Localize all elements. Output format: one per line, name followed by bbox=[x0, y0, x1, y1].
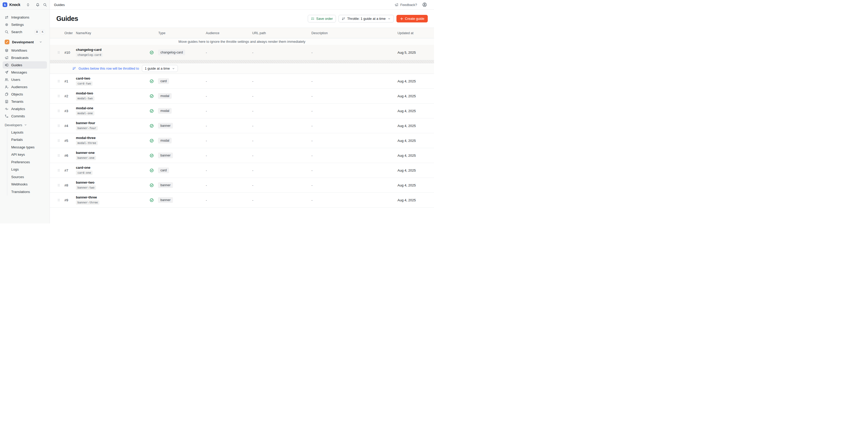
guide-name: banner-one bbox=[76, 151, 95, 155]
kbd-cmd: ⌘ bbox=[35, 30, 40, 34]
description-value: - bbox=[309, 94, 395, 98]
guide-name-cell[interactable]: banner-two banner-two bbox=[74, 181, 148, 190]
sidebar-sub-item-message-types[interactable]: Message types bbox=[7, 143, 47, 151]
developers-section-toggle[interactable]: Developers bbox=[3, 121, 47, 129]
url-path-value: - bbox=[250, 154, 309, 158]
search-icon[interactable] bbox=[43, 3, 47, 7]
audience-value: - bbox=[204, 139, 250, 142]
col-name-key: Name/Key bbox=[74, 31, 148, 35]
guide-name-cell[interactable]: card-two card-two bbox=[74, 76, 148, 86]
environment-switcher[interactable]: Development bbox=[3, 38, 47, 46]
guide-status-cell bbox=[148, 109, 156, 113]
sidebar-main-items: Workflows Broadcasts Guides Messages Use… bbox=[3, 47, 47, 120]
sidebar-item-objects[interactable]: Objects bbox=[3, 91, 47, 98]
row-order: #3 bbox=[62, 109, 74, 113]
user-avatar[interactable] bbox=[422, 2, 427, 7]
guide-type-cell: banner bbox=[156, 153, 204, 158]
sidebar-sub-item-sources[interactable]: Sources bbox=[7, 173, 47, 181]
drag-dots-icon bbox=[57, 51, 61, 54]
row-order: #5 bbox=[62, 139, 74, 142]
sidebar-item-commits[interactable]: Commits bbox=[3, 113, 47, 120]
throttle-value-dropdown[interactable]: 1 guide at a time bbox=[142, 65, 178, 72]
sidebar: k Knock Integrations Settings Search bbox=[0, 0, 50, 224]
sidebar-item-broadcasts[interactable]: Broadcasts bbox=[3, 54, 47, 61]
guide-type-cell: card bbox=[156, 167, 204, 173]
sidebar-sub-item-preferences[interactable]: Preferences bbox=[7, 158, 47, 166]
drag-handle[interactable] bbox=[56, 51, 62, 54]
table-row: #10 changelog-card changelog-card change… bbox=[50, 45, 434, 60]
guide-name-cell[interactable]: modal-three modal-three bbox=[74, 136, 148, 145]
developers-items: Layouts Partials Message types API keys … bbox=[7, 129, 47, 196]
description-value: - bbox=[309, 109, 395, 113]
row-order: #7 bbox=[62, 168, 74, 172]
description-value: - bbox=[309, 124, 395, 128]
drag-handle[interactable] bbox=[56, 139, 62, 142]
type-badge: banner bbox=[158, 197, 173, 203]
drag-handle[interactable] bbox=[56, 168, 62, 172]
sidebar-item-analytics[interactable]: Analytics bbox=[3, 105, 47, 113]
sidebar-sub-item-webhooks[interactable]: Webhooks bbox=[7, 181, 47, 188]
description-value: - bbox=[309, 139, 395, 142]
create-guide-button[interactable]: Create guide bbox=[397, 15, 428, 23]
notifications-bell-icon[interactable] bbox=[36, 3, 40, 7]
sidebar-item-settings[interactable]: Settings bbox=[3, 21, 47, 28]
org-switcher-icon[interactable] bbox=[26, 3, 30, 7]
guide-name-cell[interactable]: modal-one modal-one bbox=[74, 106, 148, 116]
sidebar-item-audiences[interactable]: Audiences bbox=[3, 83, 47, 91]
drag-handle[interactable] bbox=[56, 154, 62, 157]
sidebar-sub-item-translations[interactable]: Translations bbox=[7, 188, 47, 196]
guide-name-cell[interactable]: banner-three banner-three bbox=[74, 195, 148, 205]
updated-at-value: Aug 4, 2025 bbox=[395, 183, 434, 187]
type-badge: modal bbox=[158, 93, 172, 99]
type-badge: banner bbox=[158, 153, 173, 158]
sidebar-item-search[interactable]: Search ⌘ K bbox=[3, 28, 47, 35]
audience-value: - bbox=[204, 168, 250, 172]
throttle-divider-link[interactable]: Guides below this row will be throttled … bbox=[72, 66, 139, 70]
table-row: #8 banner-two banner-two banner - - - Au… bbox=[50, 178, 434, 193]
drag-handle[interactable] bbox=[56, 198, 62, 202]
avatar-icon bbox=[422, 2, 427, 7]
branch-icon bbox=[5, 40, 9, 43]
table-row: #9 banner-three banner-three banner - - … bbox=[50, 193, 434, 207]
guide-name-cell[interactable]: banner-four banner-four bbox=[74, 121, 148, 130]
updated-at-value: Aug 4, 2025 bbox=[395, 79, 434, 83]
audience-value: - bbox=[204, 124, 250, 128]
drag-handle[interactable] bbox=[56, 109, 62, 113]
description-value: - bbox=[309, 154, 395, 158]
throttle-dropdown-button[interactable]: Throttle: 1 guide at a time bbox=[339, 15, 394, 23]
feedback-button[interactable]: Feedback? bbox=[395, 3, 417, 7]
sidebar-item-tenants[interactable]: Tenants bbox=[3, 98, 47, 105]
drag-handle[interactable] bbox=[56, 183, 62, 187]
drag-handle[interactable] bbox=[56, 124, 62, 128]
guide-name-cell[interactable]: changelog-card changelog-card bbox=[74, 48, 148, 57]
drag-handle[interactable] bbox=[56, 79, 62, 83]
sidebar-sub-item-logs[interactable]: Logs bbox=[7, 166, 47, 173]
sidebar-item-users[interactable]: Users bbox=[3, 76, 47, 83]
col-audience: Audience bbox=[204, 31, 250, 35]
col-description: Description bbox=[309, 31, 395, 35]
drag-handle[interactable] bbox=[56, 94, 62, 98]
row-order: #9 bbox=[62, 198, 74, 202]
guide-name-cell[interactable]: card-one card-one bbox=[74, 166, 148, 175]
guide-key-badge: card-two bbox=[76, 82, 93, 86]
guide-name: banner-three bbox=[76, 195, 97, 199]
table-row: #4 banner-four banner-four banner - - - … bbox=[50, 118, 434, 133]
active-check-icon bbox=[150, 198, 154, 202]
guide-key-badge: changelog-card bbox=[76, 53, 103, 57]
guide-name: modal-three bbox=[76, 136, 95, 140]
sidebar-item-integrations[interactable]: Integrations bbox=[3, 13, 47, 21]
sidebar-sub-item-partials[interactable]: Partials bbox=[7, 136, 47, 144]
nav-icon bbox=[5, 92, 9, 96]
sidebar-sub-item-api-keys[interactable]: API keys bbox=[7, 151, 47, 159]
sidebar-item-workflows[interactable]: Workflows bbox=[3, 47, 47, 54]
guide-type-cell: card bbox=[156, 78, 204, 84]
sidebar-sub-item-layouts[interactable]: Layouts bbox=[7, 129, 47, 136]
sidebar-item-messages[interactable]: Messages bbox=[3, 69, 47, 76]
audience-value: - bbox=[204, 51, 250, 55]
save-order-button[interactable]: Save order bbox=[308, 15, 336, 23]
guide-name-cell[interactable]: modal-two modal-two bbox=[74, 91, 148, 101]
guide-status-cell bbox=[148, 124, 156, 128]
guide-name-cell[interactable]: banner-one banner-one bbox=[74, 151, 148, 160]
description-value: - bbox=[309, 79, 395, 83]
sidebar-item-guides[interactable]: Guides bbox=[3, 61, 47, 69]
